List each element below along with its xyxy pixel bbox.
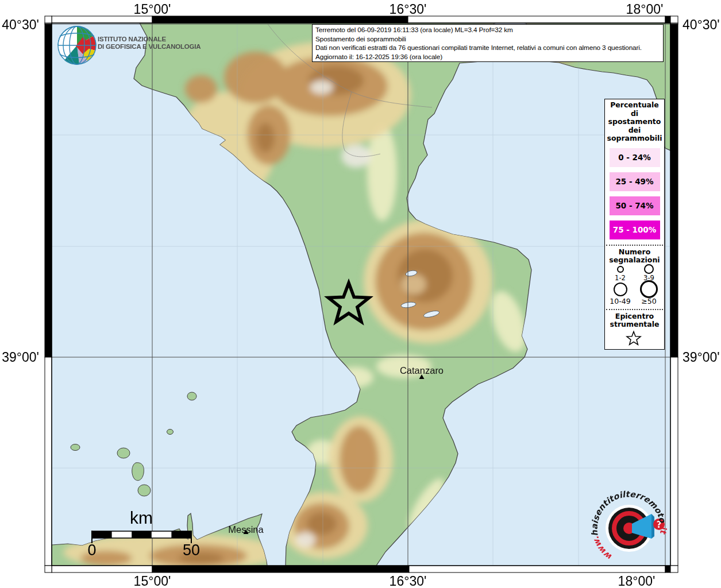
city-label-messina: Messina: [228, 524, 264, 535]
signals-grid: 1-2 3-9 10-49 ≥50: [605, 265, 664, 305]
legend-class-0-24: 0 - 24%: [610, 148, 660, 167]
signal-label-1-2: 1-2: [606, 274, 635, 282]
signal-circle-3-9: [644, 264, 654, 274]
ingv-name-line2: DI GEOFISICA E VULCANOLOGIA: [98, 43, 201, 50]
event-title: Terremoto del 06-09-2019 16:11:33 (ora l…: [315, 26, 660, 35]
axis-top-lon1: 15°00': [134, 2, 171, 17]
legend-divider-1: [606, 245, 663, 246]
scale-end-label: 50: [183, 541, 200, 559]
event-effect: Spostamento dei soprammobili: [315, 35, 660, 44]
axis-bottom-lon2: 16°30': [390, 574, 427, 588]
signal-circle-1-2: [617, 266, 624, 273]
legend-class-25-49: 25 - 49%: [610, 172, 660, 191]
event-disclaimer: Dati non verificati estratti da 76 quest…: [315, 44, 660, 53]
earthquake-map-page: Catanzaro Messina km 0 50: [0, 0, 721, 588]
signal-circle-10-49: [614, 283, 627, 296]
ingv-name-line1: ISTITUTO NAZIONALE: [98, 36, 166, 42]
legend-class-50-74: 50 - 74%: [610, 196, 660, 215]
axis-right-lat2: 39°00': [683, 350, 720, 365]
event-updated: Aggiornato il: 16-12-2025 19:36 (ora loc…: [315, 53, 660, 62]
watermark-tld: .it: [658, 523, 668, 535]
epicenter-legend-symbol: [605, 329, 663, 347]
legend-divider-2: [606, 309, 663, 310]
axis-left-lat1: 40°30': [2, 17, 39, 32]
axis-bottom-lon3: 18°00': [618, 574, 656, 588]
legend-title: Percentuale di spostamento dei soprammob…: [605, 101, 664, 143]
signals-title: Numero segnalazioni: [605, 248, 664, 265]
axis-top-lon2: 16°30': [390, 2, 427, 17]
legend-panel: Percentuale di spostamento dei soprammob…: [604, 99, 665, 350]
axis-top-lon3: 18°00': [626, 2, 664, 17]
event-info-box: Terremoto del 06-09-2019 16:11:33 (ora l…: [312, 24, 664, 62]
axis-left-lat2: 39°00': [2, 350, 39, 365]
scale-unit-label: km: [130, 508, 153, 527]
axis-right-lat1: 40°30': [683, 17, 720, 32]
signal-label-10-49: 10-49: [606, 297, 635, 305]
axis-bottom-lon1: 15°00': [134, 574, 171, 588]
signal-circle-50plus: [640, 280, 658, 298]
signal-label-50plus: ≥50: [635, 297, 664, 305]
legend-class-75-100: 75 - 100%: [610, 220, 660, 239]
scale-start-label: 0: [87, 541, 96, 559]
epicenter-title: Epicentro strumentale: [605, 312, 664, 329]
city-label-catanzaro: Catanzaro: [400, 365, 444, 376]
